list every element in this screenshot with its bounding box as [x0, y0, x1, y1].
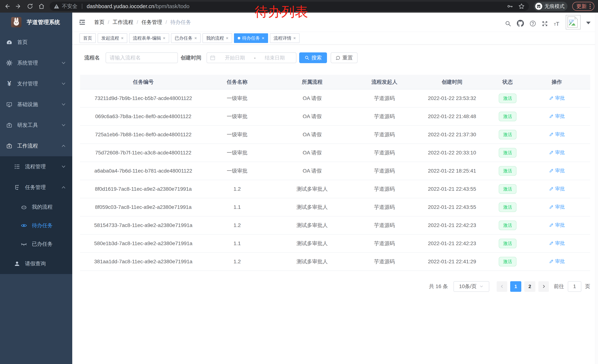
table-row: 580e1b3d-7ac8-11ec-a9e2-a2380e71991a1.1测…: [80, 235, 590, 252]
broken-image-avatar[interactable]: [566, 15, 581, 29]
approve-link[interactable]: 审批: [549, 204, 565, 210]
tab-我的流程[interactable]: 我的流程×: [202, 33, 232, 43]
prev-page-button[interactable]: [497, 281, 507, 292]
cell-task-name: 1.1: [207, 235, 268, 252]
page-button-2[interactable]: 2: [524, 281, 535, 292]
svg-text:T: T: [556, 21, 559, 27]
create-time-label: 创建时间: [181, 54, 201, 61]
create-time-range-picker[interactable]: 开始日期 - 结束日期: [207, 52, 296, 63]
approve-link[interactable]: 审批: [549, 167, 565, 174]
edit-icon: [549, 205, 554, 209]
tab-待办任务[interactable]: 待办任务×: [234, 33, 268, 43]
chevron-down-icon[interactable]: [586, 22, 590, 24]
sidebar-item-流程管理[interactable]: 流程管理: [0, 156, 72, 177]
fold-menu-icon[interactable]: [79, 19, 86, 25]
process-name-input[interactable]: [106, 52, 178, 63]
tab-已办任务[interactable]: 已办任务×: [171, 33, 201, 43]
sidebar-item-待办任务[interactable]: 待办任务: [0, 216, 72, 235]
sidebar-item-请假查询[interactable]: 请假查询: [0, 253, 72, 274]
cell-action: 审批: [523, 126, 590, 144]
breadcrumb-workflow[interactable]: 工作流程: [113, 19, 133, 26]
reset-button[interactable]: 重置: [331, 52, 357, 63]
sidebar-item-系统管理[interactable]: 系统管理: [0, 53, 72, 73]
approve-link[interactable]: 审批: [549, 131, 565, 138]
cell-process: 测试多审批人: [268, 198, 357, 216]
close-icon[interactable]: ×: [121, 36, 124, 40]
cell-initiator: 芋道源码: [357, 144, 412, 162]
sidebar-item-我的流程[interactable]: 我的流程: [0, 198, 72, 216]
kebab-menu-icon[interactable]: [589, 4, 591, 9]
page-button-1[interactable]: 1: [510, 281, 521, 292]
column-header-任务编号: 任务编号: [80, 75, 207, 89]
search-button[interactable]: 搜索: [299, 52, 327, 63]
page-size-select[interactable]: 10条/页: [454, 281, 489, 292]
status-badge: 激活: [499, 148, 516, 157]
approve-link[interactable]: 审批: [549, 95, 565, 101]
sidebar-item-任务管理[interactable]: 任务管理: [0, 177, 72, 198]
home-icon[interactable]: [38, 3, 45, 10]
question-icon[interactable]: [530, 20, 536, 27]
annotation-todo-list: 待办列表: [255, 4, 308, 20]
top-navbar: 首页 / 工作流程 / 任务管理 / 待办任务 TT: [72, 13, 598, 32]
cell-initiator: 芋道源码: [357, 162, 412, 180]
sidebar-item-已办任务[interactable]: 已办任务: [0, 235, 72, 253]
monitor-icon: [6, 101, 13, 107]
approve-link[interactable]: 审批: [549, 258, 565, 265]
next-page-button[interactable]: [538, 281, 549, 292]
font-size-icon[interactable]: TT: [554, 20, 560, 27]
app-logo-row[interactable]: 芋道管理系统: [0, 13, 72, 32]
search-icon[interactable]: [505, 20, 511, 27]
status-badge: 激活: [499, 239, 516, 248]
cell-created: 2022-01-21 22:42:23: [412, 216, 492, 235]
tab-流程详情[interactable]: 流程详情×: [270, 33, 299, 43]
sidebar-item-支付管理[interactable]: ¥支付管理: [0, 73, 72, 94]
close-icon[interactable]: ×: [194, 36, 197, 40]
approve-link[interactable]: 审批: [549, 222, 565, 228]
scrollbar-track[interactable]: [595, 13, 598, 364]
cell-initiator: 芋道源码: [357, 89, 412, 107]
close-icon[interactable]: ×: [163, 36, 166, 40]
warning-icon: [54, 3, 59, 10]
approve-link[interactable]: 审批: [549, 240, 565, 246]
approve-link[interactable]: 审批: [549, 186, 565, 192]
approve-link[interactable]: 审批: [549, 113, 565, 119]
close-icon[interactable]: ×: [262, 36, 264, 40]
breadcrumb-home[interactable]: 首页: [94, 19, 105, 26]
update-button[interactable]: 更新: [572, 2, 594, 11]
cell-process: OA 请假: [268, 162, 357, 180]
back-icon[interactable]: [4, 3, 10, 10]
github-icon[interactable]: [517, 20, 524, 27]
forward-icon[interactable]: [15, 3, 22, 10]
close-icon[interactable]: ×: [226, 36, 228, 40]
sidebar-item-工作流程[interactable]: 工作流程: [0, 136, 72, 156]
main-area: 首页 / 工作流程 / 任务管理 / 待办任务 TT 首页发起流程×流程表单-编…: [72, 13, 598, 364]
close-icon[interactable]: ×: [293, 36, 296, 40]
tab-首页[interactable]: 首页: [79, 33, 96, 43]
fullscreen-icon[interactable]: [542, 21, 548, 27]
tab-流程表单-编辑[interactable]: 流程表单-编辑×: [129, 33, 169, 43]
approve-link[interactable]: 审批: [549, 149, 565, 156]
page-url: dashboard.yudao.iocoder.cn/bpm/task/todo: [87, 3, 190, 9]
cell-process: 测试多审批人: [268, 180, 357, 198]
sidebar-item-研发工具[interactable]: 研发工具: [0, 115, 72, 136]
star-icon[interactable]: [518, 3, 525, 10]
key-icon[interactable]: [507, 3, 513, 10]
reload-icon[interactable]: [27, 3, 33, 10]
cell-action: 审批: [523, 252, 590, 271]
table-row: 8f059c03-7ac8-11ec-a9e2-a2380e71991a1.1测…: [80, 198, 590, 216]
goto-label: 前往: [554, 283, 564, 290]
dashboard-icon: [6, 39, 13, 45]
table-row: 725a1eb6-7b88-11ec-8ef0-acde48001122一级审批…: [80, 126, 590, 144]
goto-page-input[interactable]: [568, 281, 581, 292]
sidebar-item-基础设施[interactable]: 基础设施: [0, 94, 72, 115]
edit-icon: [549, 132, 554, 137]
start-date-placeholder[interactable]: 开始日期: [216, 54, 253, 61]
sidebar-item-首页[interactable]: 首页: [0, 32, 72, 53]
tab-发起流程[interactable]: 发起流程×: [98, 33, 127, 43]
breadcrumb-task-mgmt[interactable]: 任务管理: [141, 19, 162, 26]
chevron-down-icon: [61, 102, 66, 107]
cell-task-name: 一级审批: [207, 89, 268, 107]
end-date-placeholder[interactable]: 结束日期: [256, 54, 293, 61]
cell-initiator: 芋道源码: [357, 107, 412, 126]
cell-status: 激活: [492, 126, 523, 144]
